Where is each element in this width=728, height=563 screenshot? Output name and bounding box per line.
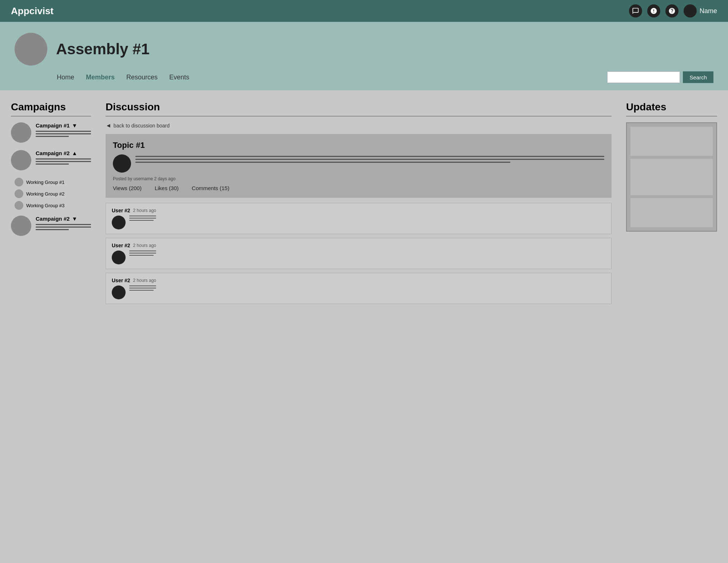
comment-user: User #2	[112, 277, 130, 283]
discussion-panel: Discussion ◄ back to discussion board To…	[98, 98, 619, 411]
topic-text-line	[135, 159, 604, 160]
topic-stats: Views (200) Likes (30) Comments (15)	[113, 185, 604, 191]
topic-text-line	[135, 162, 510, 163]
campaigns-sidebar: Campaigns Campaign #1 ▼ C	[7, 98, 95, 411]
campaign-line	[36, 136, 69, 137]
comments-stat: Comments (15)	[192, 185, 229, 191]
nav-icons: Name	[629, 4, 717, 17]
wg-avatar	[15, 178, 23, 186]
assembly-avatar	[15, 33, 47, 66]
comment-line	[129, 286, 156, 286]
top-navigation: Appcivist Name	[0, 0, 728, 22]
nav-resources[interactable]: Resources	[126, 74, 158, 81]
campaign-item: Campaign #1 ▼	[11, 122, 91, 143]
comment-line	[129, 253, 156, 253]
discussion-title: Discussion	[106, 101, 612, 113]
comment-box: User #2 2 hours ago	[106, 273, 612, 304]
help-icon[interactable]	[665, 4, 678, 17]
comment-box: User #2 2 hours ago	[106, 203, 612, 234]
campaign-line	[36, 227, 91, 228]
topic-title: Topic #1	[113, 141, 604, 150]
campaign-name[interactable]: Campaign #2 ▲	[36, 150, 91, 156]
app-title: Appcivist	[11, 5, 54, 17]
working-groups-list: Working Group #1 Working Group #2 Workin…	[15, 178, 91, 210]
comment-time: 2 hours ago	[133, 243, 156, 248]
nav-events[interactable]: Events	[169, 74, 189, 81]
campaign-avatar	[11, 122, 31, 143]
posted-by: Posted by username 2 days ago	[113, 176, 604, 181]
updates-box	[626, 122, 717, 232]
campaign-avatar	[11, 216, 31, 236]
chat-icon[interactable]	[629, 4, 642, 17]
nav-home[interactable]: Home	[57, 74, 74, 81]
campaign-avatar	[11, 150, 31, 170]
comment-line	[129, 216, 156, 216]
working-group-item[interactable]: Working Group #1	[15, 178, 91, 186]
comment-box: User #2 2 hours ago	[106, 238, 612, 269]
campaign-name[interactable]: Campaign #1 ▼	[36, 122, 91, 129]
comment-line	[129, 218, 156, 218]
updates-divider	[626, 116, 717, 117]
search-bar: Search	[607, 71, 713, 83]
campaigns-title: Campaigns	[11, 101, 91, 113]
comment-time: 2 hours ago	[133, 278, 156, 283]
discussion-divider	[106, 116, 612, 117]
campaign-line	[36, 158, 91, 160]
user-menu[interactable]: Name	[684, 4, 717, 17]
updates-title: Updates	[626, 101, 717, 113]
main-content: Campaigns Campaign #1 ▼ C	[0, 90, 728, 418]
campaign-line	[36, 229, 69, 230]
hero-banner: Assembly #1 Home Members Resources Event…	[0, 22, 728, 90]
comment-line	[129, 255, 154, 256]
search-button[interactable]: Search	[683, 71, 713, 83]
campaign-line	[36, 164, 69, 165]
wg-label: Working Group #2	[26, 191, 64, 197]
comment-time: 2 hours ago	[133, 208, 156, 213]
comment-avatar	[112, 251, 126, 264]
campaign-line	[36, 161, 91, 162]
comment-line	[129, 288, 156, 288]
campaign-name[interactable]: Campaign #2 ▼	[36, 216, 91, 222]
views-stat: Views (200)	[113, 185, 142, 191]
wg-avatar	[15, 189, 23, 198]
hero-navigation: Home Members Resources Events Search	[57, 71, 713, 83]
update-item[interactable]	[630, 198, 713, 227]
campaign-item: Campaign #2 ▼	[11, 216, 91, 236]
comment-avatar	[112, 216, 126, 229]
comment-line	[129, 290, 154, 291]
topic-text-line	[135, 156, 604, 157]
topic-box: Topic #1 Posted by username 2 days ago V…	[106, 134, 612, 198]
back-arrow-icon: ◄	[106, 122, 111, 129]
comment-avatar	[112, 286, 126, 299]
assembly-title: Assembly #1	[56, 40, 150, 58]
update-item[interactable]	[630, 127, 713, 156]
likes-stat: Likes (30)	[155, 185, 179, 191]
campaign-line	[36, 131, 91, 132]
campaign-item: Campaign #2 ▲	[11, 150, 91, 170]
topic-author-avatar	[113, 154, 131, 173]
wg-label: Working Group #1	[26, 180, 64, 185]
wg-avatar	[15, 201, 23, 210]
user-avatar	[684, 4, 697, 17]
user-name: Name	[700, 7, 717, 15]
back-to-discussion-link[interactable]: ◄ back to discussion board	[106, 122, 612, 129]
back-label: back to discussion board	[114, 123, 170, 129]
comment-user: User #2	[112, 243, 130, 248]
wg-label: Working Group #3	[26, 203, 64, 208]
campaign-line	[36, 224, 91, 225]
working-group-item[interactable]: Working Group #2	[15, 189, 91, 198]
comment-line	[129, 220, 154, 221]
search-input[interactable]	[607, 71, 680, 83]
nav-members[interactable]: Members	[86, 74, 115, 81]
campaigns-divider	[11, 116, 91, 117]
update-item[interactable]	[630, 159, 713, 195]
alert-icon[interactable]	[647, 4, 660, 17]
working-group-item[interactable]: Working Group #3	[15, 201, 91, 210]
comment-user: User #2	[112, 208, 130, 213]
updates-panel: Updates	[622, 98, 721, 411]
comment-line	[129, 251, 156, 251]
campaign-line	[36, 133, 91, 134]
